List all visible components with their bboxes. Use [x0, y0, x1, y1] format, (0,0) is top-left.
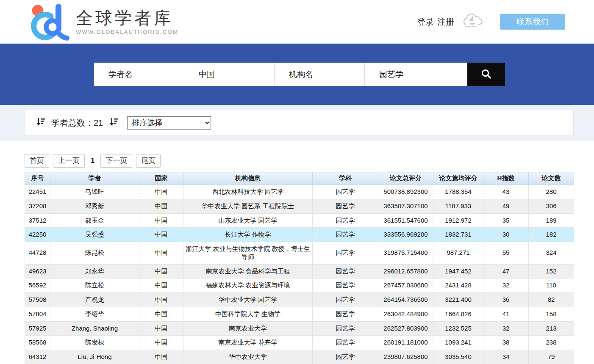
cell-subject: 园艺学 [313, 336, 378, 350]
cell-subject: 园艺学 [313, 307, 378, 321]
cell-avg-score: 1912.972 [433, 213, 483, 228]
table-row[interactable]: 37208邓秀新中国华中农业大学 园艺系 工程院院士园艺学363507.3071… [25, 199, 574, 213]
cell-avg-score: 987.271 [433, 242, 483, 265]
cell-h-index: 38 [483, 336, 529, 350]
sailboat-cloud-icon [461, 12, 485, 32]
cell-total-score: 260191.181000 [378, 336, 433, 350]
institution-input[interactable] [275, 63, 365, 86]
cell-paper-count: 82 [529, 293, 574, 307]
cell-country: 中国 [139, 350, 183, 364]
cell-institution: 华中农业大学 [183, 350, 313, 364]
cell-country: 中国 [139, 321, 183, 336]
cell-total-score: 262527.803900 [378, 321, 433, 336]
table-row[interactable]: 22451马锋旺中国西北农林科技大学 园艺学园艺学500738.89230017… [25, 185, 574, 199]
cell-h-index: 41 [483, 307, 529, 321]
cell-id: 22451 [25, 185, 50, 199]
toolbar-panel: 学者总数：21 排序选择 [25, 110, 574, 136]
cell-country: 中国 [139, 242, 183, 265]
next-page-button[interactable]: 下一页 [100, 154, 132, 168]
table-row[interactable]: 49623郑永华中国南京农业大学 食品科学与工程园艺学296012.657800… [25, 264, 574, 279]
table-row[interactable]: 37512郝玉金中国山东农业大学 园艺学园艺学361551.5476001912… [25, 213, 574, 228]
table-row[interactable]: 58568陈发棣中国南京农业大学 花卉学园艺学260191.1810001093… [25, 336, 574, 350]
cell-country: 中国 [139, 279, 183, 293]
cell-total-score: 500738.892300 [378, 185, 433, 199]
scholar-name-input[interactable] [94, 63, 184, 86]
prev-page-button[interactable]: 上一页 [53, 154, 85, 168]
cell-institution: 南京农业大学 花卉学 [183, 336, 313, 350]
cell-institution: 浙江大学 农业与生物技术学院 教授，博士生导师 [183, 242, 313, 265]
cell-id: 37208 [25, 199, 50, 213]
cell-scholar: 郝玉金 [50, 213, 139, 228]
table-row[interactable]: 57804李绍华中国中国科学院大学 生物学园艺学263042.484900166… [25, 307, 574, 321]
cell-id: 64312 [25, 350, 50, 364]
search-bar [94, 63, 594, 86]
subject-input[interactable] [365, 63, 467, 86]
sort-select[interactable]: 排序选择 [127, 116, 211, 130]
cell-scholar: 陈昆松 [50, 242, 139, 265]
pagination: 首页 上一页 1 下一页 尾页 [25, 154, 594, 168]
cell-paper-count: 79 [529, 350, 574, 364]
column-header: 论文总评分 [378, 172, 433, 185]
table-row[interactable]: 64312Liu, Ji-Hong中国华中农业大学园艺学239807.62580… [25, 350, 574, 364]
cell-id: 56592 [25, 279, 50, 293]
cell-country: 中国 [139, 185, 183, 199]
cell-id: 57804 [25, 307, 50, 321]
contact-us-button[interactable]: 联系我们 [500, 14, 565, 30]
cell-institution: 西北农林科技大学 园艺学 [183, 185, 313, 199]
cell-id: 37512 [25, 213, 50, 228]
cell-country: 中国 [139, 336, 183, 350]
brand-logo[interactable]: 全球学者库 WWW.GLOBALAUTHORID.COM [25, 2, 178, 42]
cell-institution: 华中农业大学 园艺学 [183, 293, 313, 307]
cell-subject: 园艺学 [313, 228, 378, 242]
cell-country: 中国 [139, 228, 183, 242]
cell-total-score: 319875.715400 [378, 242, 433, 265]
table-row[interactable]: 44728陈昆松中国浙江大学 农业与生物技术学院 教授，博士生导师园艺学3198… [25, 242, 574, 265]
cell-total-score: 296012.657800 [378, 264, 433, 279]
cell-scholar: 陈发棣 [50, 336, 139, 350]
cell-scholar: Liu, Ji-Hong [50, 350, 139, 364]
table-body: 22451马锋旺中国西北农林科技大学 园艺学园艺学500738.89230017… [25, 185, 574, 364]
cell-total-score: 363507.307100 [378, 199, 433, 213]
cell-subject: 园艺学 [313, 242, 378, 265]
cell-scholar: 马锋旺 [50, 185, 139, 199]
cell-subject: 园艺学 [313, 293, 378, 307]
table-row[interactable]: 42250吴强盛中国长江大学 作物学园艺学333556.9692001832.7… [25, 228, 574, 242]
scholar-total-count: 学者总数：21 [51, 117, 103, 129]
login-link[interactable]: 登录 [417, 16, 434, 28]
auth-links: 登录 注册 [417, 16, 454, 28]
table-row[interactable]: 57925Zhang, Shaoling中国南京农业大学园艺学262527.80… [25, 321, 574, 336]
cell-subject: 园艺学 [313, 199, 378, 213]
cell-subject: 园艺学 [313, 264, 378, 279]
register-link[interactable]: 注册 [437, 16, 454, 28]
last-page-button[interactable]: 尾页 [136, 154, 161, 168]
cell-avg-score: 1947.452 [433, 264, 483, 279]
table-row[interactable]: 57508产祝龙中国华中农业大学 园艺学园艺学264154.7365003221… [25, 293, 574, 307]
table-row[interactable]: 56592陈立松中国福建农林大学 农业资源与环境园艺学267457.030600… [25, 279, 574, 293]
site-subtitle: WWW.GLOBALAUTHORID.COM [76, 29, 178, 35]
cell-avg-score: 2431.428 [433, 279, 483, 293]
cell-scholar: 吴强盛 [50, 228, 139, 242]
sort-amount-icon [108, 117, 119, 129]
search-band [0, 44, 594, 105]
cell-avg-score: 1788.354 [433, 185, 483, 199]
cell-total-score: 264154.736500 [378, 293, 433, 307]
cell-scholar: 郑永华 [50, 264, 139, 279]
search-icon [480, 68, 492, 81]
search-button[interactable] [467, 63, 505, 86]
column-header: H指数 [483, 172, 529, 185]
cell-institution: 福建农林大学 农业资源与环境 [183, 279, 313, 293]
first-page-button[interactable]: 首页 [25, 154, 49, 168]
cell-h-index: 43 [483, 185, 529, 199]
country-input[interactable] [184, 63, 275, 86]
cell-paper-count: 238 [529, 336, 574, 350]
column-header: 机构信息 [183, 172, 313, 185]
cell-scholar: 邓秀新 [50, 199, 139, 213]
cell-total-score: 267457.030600 [378, 279, 433, 293]
cell-total-score: 239807.625800 [378, 350, 433, 364]
cell-scholar: 李绍华 [50, 307, 139, 321]
cell-h-index: 49 [483, 199, 529, 213]
header-row: 序号学者国家机构信息学科论文总评分论文篇均评分H指数论文数 [25, 172, 574, 185]
cell-institution: 华中农业大学 园艺系 工程院院士 [183, 199, 313, 213]
globalauthorid-logo-icon [25, 2, 69, 42]
cell-institution: 山东农业大学 园艺学 [183, 213, 313, 228]
